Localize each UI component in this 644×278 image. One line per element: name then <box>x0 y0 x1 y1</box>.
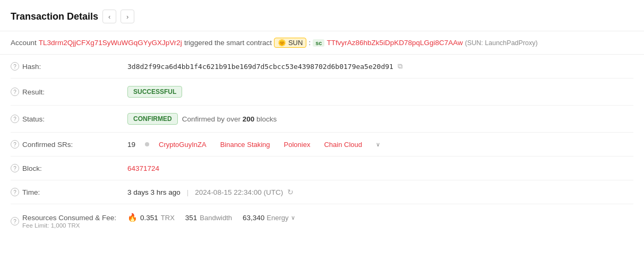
page-title: Transaction Details <box>11 11 98 22</box>
confirmed-text: Confirmed by over 200 blocks <box>182 115 277 123</box>
fire-icon: 🔥 <box>127 213 138 222</box>
colon-separator: : <box>308 39 311 47</box>
block-label: Block: <box>22 164 42 172</box>
nav-prev-button[interactable]: ‹ <box>102 10 116 23</box>
sr-item-binance[interactable]: Binance Staking <box>220 141 270 149</box>
srs-help-icon[interactable]: ? <box>11 140 19 149</box>
copy-hash-icon[interactable]: ⧉ <box>398 62 402 71</box>
account-address-link[interactable]: TL3drm2QjjCFXg71SyWuWGqGYyGXJpVr2j <box>39 39 182 47</box>
hash-label: Hash: <box>22 63 41 71</box>
trigger-text-label: triggered the smart contract <box>184 39 272 47</box>
energy-label: Energy <box>267 214 288 222</box>
bandwidth-amount: 351 <box>185 214 198 222</box>
bandwidth-fee-item: 351 Bandwidth <box>185 214 232 222</box>
hash-help-icon[interactable]: ? <box>11 62 19 71</box>
sr-count-value: 19 <box>127 141 135 149</box>
trx-amount: 0.351 <box>140 214 158 222</box>
srs-label: Confirmed SRs: <box>22 141 73 149</box>
time-utc-value: 2024-08-15 22:34:00 (UTC) <box>195 188 283 196</box>
fee-container: 🔥 0.351 TRX 351 Bandwidth 63,340 Energy … <box>127 213 295 222</box>
contract-address-link[interactable]: TTfvyrAz86hbZk5iDpKD78pqLGgi8C7AAw <box>327 39 462 47</box>
resources-label: Resources Consumed & Fee: <box>22 214 116 222</box>
status-badge: CONFIRMED <box>127 113 178 125</box>
nav-next-button[interactable]: › <box>121 10 134 23</box>
confirmed-block-count: 200 <box>243 115 255 123</box>
result-label: Result: <box>22 88 45 96</box>
block-value-link[interactable]: 64371724 <box>127 164 159 172</box>
status-label: Status: <box>22 115 45 123</box>
sun-emoji-icon: 🌞 <box>278 39 286 47</box>
time-row: ? Time: 3 days 3 hrs ago | 2024-08-15 22… <box>11 180 633 204</box>
resources-row: ? Resources Consumed & Fee: Fee Limit: 1… <box>11 204 633 236</box>
sun-label: SUN <box>288 39 303 47</box>
sr-dots <box>145 142 149 146</box>
trx-label: TRX <box>161 214 175 222</box>
sr-item-cryptoguy[interactable]: CryptoGuyInZA <box>159 141 207 149</box>
sun-badge[interactable]: 🌞 SUN <box>274 38 306 48</box>
result-help-icon[interactable]: ? <box>11 88 19 96</box>
time-relative-value: 3 days 3 hrs ago <box>127 188 181 196</box>
block-help-icon[interactable]: ? <box>11 164 19 172</box>
proxy-label: (SUN: LaunchPadProxy) <box>465 39 538 47</box>
sr-more-dropdown[interactable]: ∨ <box>376 141 380 148</box>
energy-dropdown-icon: ∨ <box>291 214 295 221</box>
block-row: ? Block: 64371724 <box>11 157 633 180</box>
time-help-icon[interactable]: ? <box>11 188 19 196</box>
time-label: Time: <box>22 188 40 196</box>
hash-row: ? Hash: 3d8d2f99ca6d4bb1f4c621b91be169d7… <box>11 55 633 79</box>
trx-fee-item: 🔥 0.351 TRX <box>127 213 175 222</box>
time-separator: | <box>187 188 189 196</box>
status-help-icon[interactable]: ? <box>11 115 19 123</box>
bandwidth-label: Bandwidth <box>200 214 232 222</box>
hash-value: 3d8d2f99ca6d4bb1f4c621b91be169d7d5cbcc53… <box>127 63 393 71</box>
fee-limit-label: Fee Limit: 1,000 TRX <box>22 222 116 229</box>
result-badge: SUCCESSFUL <box>127 86 182 98</box>
confirmed-srs-row: ? Confirmed SRs: 19 CryptoGuyInZA Binanc… <box>11 133 633 157</box>
sc-badge: sc <box>313 39 324 47</box>
energy-amount: 63,340 <box>243 214 264 222</box>
sr-item-chaincloud[interactable]: Chain Cloud <box>324 141 362 149</box>
resources-help-icon[interactable]: ? <box>11 217 19 225</box>
account-prefix-label: Account <box>11 39 37 47</box>
energy-fee-item[interactable]: 63,340 Energy ∨ <box>243 214 295 222</box>
status-row: ? Status: CONFIRMED Confirmed by over 20… <box>11 106 633 133</box>
sr-item-poloniex[interactable]: Poloniex <box>284 141 311 149</box>
account-bar: Account TL3drm2QjjCFXg71SyWuWGqGYyGXJpVr… <box>0 31 644 55</box>
chevron-down-icon: ∨ <box>376 141 380 148</box>
detail-section: ? Hash: 3d8d2f99ca6d4bb1f4c621b91be169d7… <box>0 55 644 236</box>
result-row: ? Result: SUCCESSFUL <box>11 79 633 106</box>
refresh-icon[interactable]: ↻ <box>287 188 294 196</box>
